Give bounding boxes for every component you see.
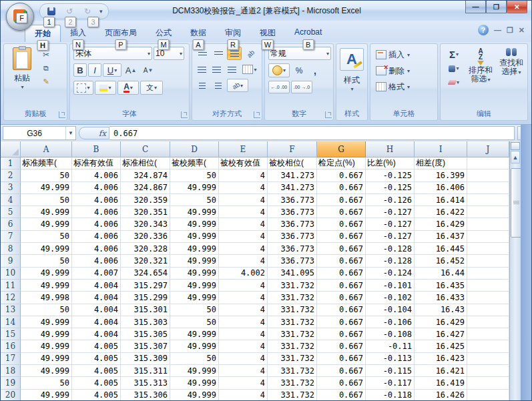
cell-D8[interactable]: 49.999 [170, 243, 219, 255]
cell-J12[interactable] [467, 292, 509, 304]
cell-styles-button[interactable]: A [340, 48, 364, 71]
cell-I10[interactable]: 16.44 [415, 268, 467, 280]
cell-D12[interactable]: 49.999 [170, 292, 219, 304]
row-header-11[interactable]: 11 [1, 280, 21, 292]
workbook-close-button[interactable]: ✕ [519, 26, 525, 35]
cell-B8[interactable]: 4.006 [72, 243, 121, 255]
cell-H1[interactable]: 比差(%) [366, 157, 415, 169]
cell-B4[interactable]: 4.006 [72, 194, 121, 206]
cell-C17[interactable]: 315.309 [121, 353, 170, 365]
cell-H14[interactable]: -0.106 [366, 316, 415, 328]
column-header-B[interactable]: B [72, 141, 121, 157]
cell-G15[interactable]: 0.667 [317, 328, 366, 340]
cell-D9[interactable]: 49.999 [170, 255, 219, 267]
cell-H6[interactable]: -0.127 [366, 218, 415, 230]
font-dialog-launcher[interactable] [181, 111, 188, 118]
tab-0[interactable]: 开始H [25, 25, 61, 43]
cell-F18[interactable]: 331.732 [268, 365, 317, 377]
shrink-font-button[interactable]: A▼ [140, 63, 156, 77]
italic-button[interactable]: I [88, 63, 101, 77]
column-header-G[interactable]: G [317, 141, 366, 157]
cell-C8[interactable]: 320.328 [121, 243, 170, 255]
name-box[interactable]: G36 ▼ [3, 126, 76, 140]
cell-C10[interactable]: 324.654 [121, 268, 170, 280]
cell-E18[interactable]: 4 [219, 365, 268, 377]
cell-B7[interactable]: 4.006 [72, 231, 121, 243]
comma-style-button[interactable]: , [308, 63, 322, 77]
cell-C13[interactable]: 315.301 [121, 304, 170, 316]
cell-H9[interactable]: -0.128 [366, 255, 415, 267]
cell-A4[interactable]: 50 [21, 194, 72, 206]
cell-B18[interactable]: 4.005 [72, 365, 121, 377]
orientation-button[interactable]: ab [243, 47, 259, 60]
cell-B20[interactable]: 4.005 [72, 390, 121, 401]
cell-F19[interactable]: 331.732 [268, 377, 317, 389]
alignment-dialog-launcher[interactable] [254, 111, 260, 118]
cell-H17[interactable]: -0.113 [366, 353, 415, 365]
row-header-13[interactable]: 13 [1, 304, 21, 316]
cell-B11[interactable]: 4.004 [72, 280, 121, 292]
vertical-scrollbar[interactable]: ▲ [509, 141, 521, 401]
cell-I12[interactable]: 16.433 [415, 292, 467, 304]
column-header-J[interactable]: J [467, 141, 509, 157]
cell-D11[interactable]: 49.999 [170, 280, 219, 292]
cell-D15[interactable]: 49.999 [170, 328, 219, 340]
align-middle-button[interactable] [211, 47, 226, 60]
save-button[interactable] [45, 6, 57, 17]
cell-A20[interactable]: 49.999 [21, 390, 72, 401]
cell-F3[interactable]: 341.273 [268, 182, 317, 194]
cell-F8[interactable]: 336.773 [268, 243, 317, 255]
cell-F6[interactable]: 336.773 [268, 218, 317, 230]
cell-E2[interactable]: 4 [219, 169, 268, 181]
cell-F17[interactable]: 331.732 [268, 353, 317, 365]
font-color-button[interactable]: A▾ [117, 81, 139, 95]
cell-G13[interactable]: 0.667 [317, 304, 366, 316]
cell-A9[interactable]: 50 [21, 255, 72, 267]
border-button[interactable]: ▾ [73, 81, 93, 95]
cell-D10[interactable]: 49.999 [170, 268, 219, 280]
format-painter-button[interactable]: ✎ [39, 75, 53, 87]
cell-F14[interactable]: 331.732 [268, 316, 317, 328]
cell-D20[interactable]: 49.999 [170, 390, 219, 401]
cell-J17[interactable] [467, 353, 509, 365]
cell-C20[interactable]: 315.306 [121, 390, 170, 401]
cell-H13[interactable]: -0.104 [366, 304, 415, 316]
find-select-button[interactable]: 查找和选择▾ [498, 48, 525, 89]
accounting-format-button[interactable]: ▾ [268, 63, 290, 77]
cell-B10[interactable]: 4.007 [72, 268, 121, 280]
cell-F12[interactable]: 331.732 [268, 292, 317, 304]
cell-J13[interactable] [467, 304, 509, 316]
row-header-12[interactable]: 12 [1, 292, 21, 304]
cell-J10[interactable] [467, 268, 509, 280]
cell-B3[interactable]: 4.006 [72, 182, 121, 194]
cell-J9[interactable] [467, 255, 509, 267]
decrease-indent-button[interactable] [195, 79, 210, 92]
cell-E3[interactable]: 4 [219, 182, 268, 194]
cell-F11[interactable]: 331.732 [268, 280, 317, 292]
cell-H19[interactable]: -0.117 [366, 377, 415, 389]
cell-A19[interactable]: 50 [21, 377, 72, 389]
tab-2[interactable]: 页面布局P [95, 25, 146, 42]
cell-B12[interactable]: 4.004 [72, 292, 121, 304]
formula-input[interactable]: 0.667 [109, 126, 515, 140]
cell-F1[interactable]: 被校相位( [268, 157, 317, 169]
cell-H5[interactable]: -0.127 [366, 206, 415, 218]
cell-G1[interactable]: 检定点(%) [317, 157, 366, 169]
cell-H12[interactable]: -0.102 [366, 292, 415, 304]
cell-D17[interactable]: 50 [170, 353, 219, 365]
cell-H4[interactable]: -0.126 [366, 194, 415, 206]
insert-function-button[interactable]: fx [79, 127, 109, 139]
minimize-button[interactable]: — [465, 1, 486, 13]
cell-G7[interactable]: 0.667 [317, 231, 366, 243]
cell-E6[interactable]: 4 [219, 218, 268, 230]
cell-J5[interactable] [467, 206, 509, 218]
column-header-I[interactable]: I [415, 141, 467, 157]
fill-button[interactable]: ▾ [445, 62, 463, 75]
cell-A12[interactable]: 49.998 [21, 292, 72, 304]
column-header-D[interactable]: D [170, 141, 219, 157]
cell-F9[interactable]: 336.773 [268, 255, 317, 267]
help-button[interactable]: ? [478, 25, 489, 35]
increase-indent-button[interactable] [211, 79, 226, 92]
tab-5[interactable]: 审阅R [216, 25, 250, 42]
cell-C2[interactable]: 324.874 [121, 169, 170, 181]
